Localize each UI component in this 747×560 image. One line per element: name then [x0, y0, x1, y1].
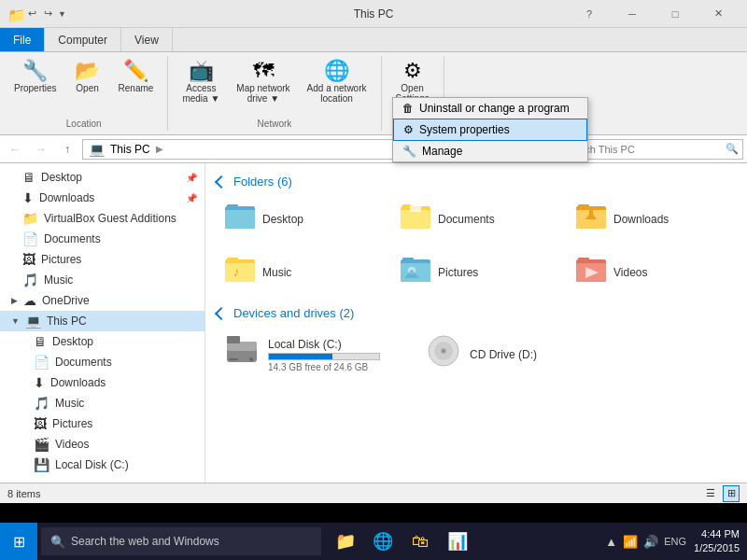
sidebar-item-videos[interactable]: 🎬 Videos: [0, 434, 204, 455]
network-icon[interactable]: 📶: [623, 535, 638, 549]
taskbar-store[interactable]: 🛍: [403, 523, 437, 560]
sidebar-item-this-pc[interactable]: ▼ 💻 This PC: [0, 311, 204, 331]
music-folder-label: Music: [262, 266, 291, 279]
tab-file[interactable]: File: [0, 28, 45, 51]
svg-rect-9: [578, 204, 589, 210]
svg-rect-13: [225, 263, 255, 282]
ribbon-tabs: File Computer View: [0, 28, 747, 52]
sidebar-item-documents[interactable]: 📄 Documents: [0, 352, 204, 372]
add-network-location-button[interactable]: 🌐 Add a networklocation: [301, 56, 374, 108]
start-button[interactable]: ⊞: [0, 523, 37, 560]
sidebar-item-docs-quick[interactable]: 📄 Documents: [0, 229, 204, 249]
sidebar-item-onedrive[interactable]: ▶ ☁ OneDrive: [0, 290, 204, 311]
volume-icon[interactable]: 🔊: [643, 535, 658, 549]
folder-videos[interactable]: Videos: [568, 249, 736, 295]
svg-rect-29: [227, 336, 240, 343]
pin-icon: 📌: [186, 173, 197, 183]
close-button[interactable]: ✕: [697, 0, 740, 28]
properties-button[interactable]: 🔧 Properties: [7, 56, 63, 98]
maximize-button[interactable]: □: [654, 0, 697, 28]
add-location-label: Add a networklocation: [307, 83, 367, 104]
sidebar-item-desktop-quick[interactable]: 🖥 Desktop 📌: [0, 167, 204, 188]
add-location-icon: 🌐: [324, 61, 349, 81]
devices-grid: Local Disk (C:) 14.3 GB free of 24.6 GB: [217, 328, 736, 382]
qa-undo[interactable]: ↩: [26, 7, 38, 20]
folder-documents[interactable]: Documents: [392, 196, 560, 242]
window-controls: ? ─ □ ✕: [568, 0, 740, 28]
desktop-icon: 🖥: [34, 334, 47, 349]
app-icon: 📁: [7, 7, 22, 21]
folder-pictures[interactable]: Pictures: [392, 249, 560, 295]
taskbar-search[interactable]: 🔍 Search the web and Windows: [41, 527, 321, 555]
sidebar-item-label: Music: [55, 397, 84, 410]
view-tiles-button[interactable]: ⊞: [723, 485, 740, 502]
rename-button[interactable]: ✏️ Rename: [112, 56, 161, 98]
cd-drive-name: CD Drive (D:): [470, 348, 597, 361]
tray-chevron[interactable]: ▲: [605, 535, 617, 549]
window-title: This PC: [354, 7, 394, 21]
device-cd-drive[interactable]: CD Drive (D:): [418, 328, 605, 382]
sidebar-item-music-quick[interactable]: 🎵 Music: [0, 270, 204, 290]
language-icon[interactable]: ENG: [664, 536, 686, 547]
device-local-disk[interactable]: Local Disk (C:) 14.3 GB free of 24.6 GB: [217, 328, 403, 382]
manage-item[interactable]: 🔧 Manage: [393, 141, 587, 161]
music-folder-icon: ♪: [225, 256, 255, 288]
sidebar-item-label: Downloads: [50, 376, 106, 389]
clock-date: 1/25/2015: [694, 541, 740, 555]
folder-downloads[interactable]: Downloads: [568, 196, 736, 242]
access-media-button[interactable]: 📺 Accessmedia ▼: [176, 56, 226, 108]
folder-desktop[interactable]: Desktop: [217, 196, 385, 242]
desktop-icon: 🖥: [22, 170, 35, 185]
system-properties-item[interactable]: ⚙ System properties: [393, 119, 587, 141]
taskbar-file-explorer[interactable]: 📁: [329, 523, 362, 560]
sidebar-item-local-disk[interactable]: 💾 Local Disk (C:): [0, 455, 204, 475]
svg-rect-2: [227, 204, 238, 210]
qa-dropdown[interactable]: ▼: [58, 9, 66, 19]
folder-music[interactable]: ♪ Music: [217, 249, 385, 295]
downloads-folder-icon: [576, 203, 606, 235]
sidebar-item-downloads-quick[interactable]: ⬇ Downloads 📌: [0, 188, 204, 208]
open-button[interactable]: 📂 Open: [67, 56, 108, 98]
back-button[interactable]: ←: [4, 138, 26, 161]
uninstall-programs-item[interactable]: 🗑 Uninstall or change a program: [393, 98, 587, 119]
open-label: Open: [76, 83, 98, 93]
tab-computer[interactable]: Computer: [45, 28, 121, 51]
map-drive-icon: 🗺: [253, 61, 274, 81]
tab-view[interactable]: View: [121, 28, 173, 51]
content-area: Folders (6) Desktop: [205, 163, 747, 483]
access-media-icon: 📺: [189, 61, 214, 81]
svg-rect-11: [589, 208, 593, 216]
sidebar-item-desktop[interactable]: 🖥 Desktop: [0, 331, 204, 352]
up-button[interactable]: ↑: [56, 138, 78, 161]
map-network-drive-button[interactable]: 🗺 Map networkdrive ▼: [230, 56, 296, 108]
documents-folder-label: Documents: [438, 213, 495, 226]
sidebar-item-label: This PC: [47, 315, 87, 328]
local-disk-name: Local Disk (C:): [268, 338, 395, 351]
minimize-button[interactable]: ─: [611, 0, 654, 28]
qa-redo[interactable]: ↪: [42, 7, 54, 20]
sidebar-item-label: Pictures: [41, 253, 81, 266]
forward-button[interactable]: →: [30, 138, 52, 161]
help-button[interactable]: ?: [568, 0, 611, 28]
breadcrumb-chevron: ▶: [156, 144, 163, 154]
view-list-button[interactable]: ☰: [702, 485, 719, 502]
sidebar-item-vbox[interactable]: 📁 VirtualBox Guest Additions: [0, 208, 204, 229]
sidebar-item-pictures[interactable]: 🖼 Pictures: [0, 413, 204, 434]
system-clock[interactable]: 4:44 PM 1/25/2015: [694, 527, 740, 556]
local-disk-info: Local Disk (C:) 14.3 GB free of 24.6 GB: [268, 338, 395, 372]
svg-rect-1: [225, 210, 255, 229]
rename-icon: ✏️: [123, 61, 148, 81]
windows-icon: ⊞: [13, 533, 25, 551]
taskbar: ⊞ 🔍 Search the web and Windows 📁 🌐 🛍 📊 ▲…: [0, 523, 747, 560]
sidebar-item-pictures-quick[interactable]: 🖼 Pictures: [0, 249, 204, 270]
sidebar-item-downloads[interactable]: ⬇ Downloads: [0, 372, 204, 393]
taskbar-search-text: Search the web and Windows: [71, 535, 219, 548]
taskbar-office[interactable]: 📊: [441, 523, 474, 560]
folders-grid: Desktop Documents: [217, 196, 736, 295]
pictures-folder-icon: [401, 256, 430, 288]
taskbar-ie[interactable]: 🌐: [366, 523, 400, 560]
sidebar-item-label: Local Disk (C:): [55, 458, 129, 471]
sidebar-item-music[interactable]: 🎵 Music: [0, 393, 204, 413]
open-icon: 📂: [75, 61, 100, 81]
properties-icon: 🔧: [22, 61, 48, 81]
